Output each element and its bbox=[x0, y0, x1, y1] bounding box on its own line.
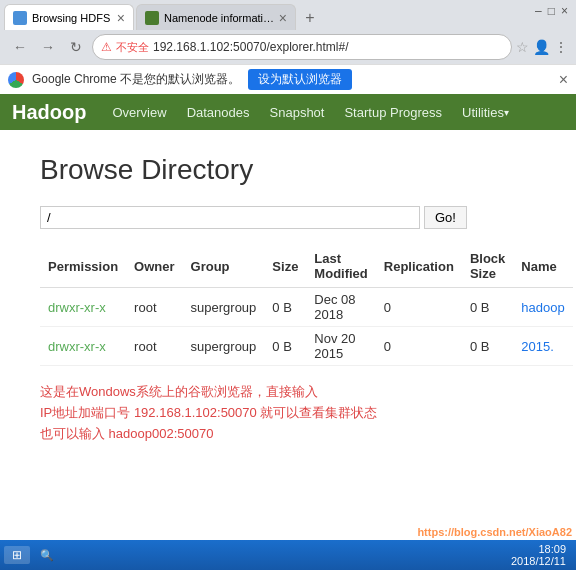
cell-block-size: 0 B bbox=[462, 288, 513, 327]
window-controls: – □ × bbox=[535, 4, 568, 18]
clock-date: 2018/12/11 bbox=[511, 555, 566, 567]
minimize-button[interactable]: – bbox=[535, 4, 542, 18]
cell-permission: drwxr-xr-x bbox=[40, 288, 126, 327]
cell-name2[interactable]: 2015. bbox=[513, 327, 572, 366]
page-title: Browse Directory bbox=[40, 154, 536, 186]
back-button[interactable]: ← bbox=[8, 35, 32, 59]
new-tab-button[interactable]: + bbox=[298, 6, 322, 30]
cell-block-size2: 0 B bbox=[462, 327, 513, 366]
bookmark-icon[interactable]: ☆ bbox=[516, 39, 529, 55]
menu-icon[interactable]: ⋮ bbox=[554, 39, 568, 55]
tab-browsing-hdfs[interactable]: Browsing HDFS × bbox=[4, 4, 134, 30]
taskbar-clock: 18:09 2018/12/11 bbox=[511, 543, 572, 567]
close-button[interactable]: × bbox=[561, 4, 568, 18]
cell-group: supergroup bbox=[183, 288, 265, 327]
tab-namenode[interactable]: Namenode information × bbox=[136, 4, 296, 30]
go-button[interactable]: Go! bbox=[424, 206, 467, 229]
cell-replication: 0 bbox=[376, 288, 462, 327]
insecure-label: 不安全 bbox=[116, 40, 149, 55]
hadoop-brand: Hadoop bbox=[12, 101, 86, 124]
col-block-size: Block Size bbox=[462, 245, 513, 288]
account-icon[interactable]: 👤 bbox=[533, 39, 550, 55]
tab-title-2: Namenode information bbox=[164, 12, 275, 24]
cell-size2: 0 B bbox=[264, 327, 306, 366]
nav-overview[interactable]: Overview bbox=[102, 94, 176, 130]
taskbar: ⊞ 🔍 18:09 2018/12/11 bbox=[0, 540, 576, 570]
col-owner: Owner bbox=[126, 245, 182, 288]
col-size: Size bbox=[264, 245, 306, 288]
cell-owner2: root bbox=[126, 327, 182, 366]
taskbar-search[interactable]: 🔍 bbox=[32, 547, 62, 564]
path-input[interactable] bbox=[40, 206, 420, 229]
annotation-line-1: 这是在Wondows系统上的谷歌浏览器，直接输入 bbox=[40, 384, 318, 399]
tab-title-1: Browsing HDFS bbox=[32, 12, 113, 24]
col-name: Name bbox=[513, 245, 572, 288]
taskbar-start[interactable]: ⊞ bbox=[4, 546, 30, 564]
nav-utilities[interactable]: Utilities bbox=[452, 94, 519, 130]
info-bar-close[interactable]: × bbox=[559, 71, 568, 89]
info-bar-text: Google Chrome 不是您的默认浏览器。 bbox=[32, 71, 240, 88]
address-bar[interactable]: ⚠ 不安全 192.168.1.102:50070/explorer.html#… bbox=[92, 34, 512, 60]
tab-close-2[interactable]: × bbox=[279, 10, 287, 26]
tab-close-1[interactable]: × bbox=[117, 10, 125, 26]
cell-owner: root bbox=[126, 288, 182, 327]
col-group: Group bbox=[183, 245, 265, 288]
set-default-button[interactable]: 设为默认浏览器 bbox=[248, 69, 352, 90]
tab-bar: Browsing HDFS × Namenode information × + bbox=[0, 0, 576, 30]
annotation-line-3: 也可以输入 hadoop002:50070 bbox=[40, 426, 213, 441]
table-row: drwxr-xr-x root supergroup 0 B Nov 20 20… bbox=[40, 327, 573, 366]
nav-datanodes[interactable]: Datanodes bbox=[177, 94, 260, 130]
directory-table: Permission Owner Group Size Last Modifie… bbox=[40, 245, 573, 366]
refresh-button[interactable]: ↻ bbox=[64, 35, 88, 59]
table-row: drwxr-xr-x root supergroup 0 B Dec 08 20… bbox=[40, 288, 573, 327]
nav-startup-progress[interactable]: Startup Progress bbox=[334, 94, 452, 130]
address-bar-row: ← → ↻ ⚠ 不安全 192.168.1.102:50070/explorer… bbox=[0, 30, 576, 64]
tab-favicon-1 bbox=[13, 11, 27, 25]
nav-snapshot[interactable]: Snapshot bbox=[260, 94, 335, 130]
cell-size: 0 B bbox=[264, 288, 306, 327]
url-text: 192.168.1.102:50070/explorer.html#/ bbox=[153, 40, 503, 54]
cell-replication2: 0 bbox=[376, 327, 462, 366]
table-header-row: Permission Owner Group Size Last Modifie… bbox=[40, 245, 573, 288]
forward-button[interactable]: → bbox=[36, 35, 60, 59]
clock-time: 18:09 bbox=[511, 543, 566, 555]
watermark: https://blog.csdn.net/XiaoA82 bbox=[413, 524, 576, 540]
col-replication: Replication bbox=[376, 245, 462, 288]
annotation-line-2: IP地址加端口号 192.168.1.102:50070 就可以查看集群状态 bbox=[40, 405, 377, 420]
cell-last-modified2: Nov 20 2015 bbox=[306, 327, 375, 366]
col-permission: Permission bbox=[40, 245, 126, 288]
chrome-logo bbox=[8, 72, 24, 88]
info-bar: Google Chrome 不是您的默认浏览器。 设为默认浏览器 × bbox=[0, 64, 576, 94]
path-row: Go! bbox=[40, 206, 536, 229]
maximize-button[interactable]: □ bbox=[548, 4, 555, 18]
cell-name[interactable]: hadoop bbox=[513, 288, 572, 327]
security-icon: ⚠ bbox=[101, 40, 112, 54]
hadoop-navbar: Hadoop Overview Datanodes Snapshot Start… bbox=[0, 94, 576, 130]
cell-permission2: drwxr-xr-x bbox=[40, 327, 126, 366]
tab-favicon-2 bbox=[145, 11, 159, 25]
cell-group2: supergroup bbox=[183, 327, 265, 366]
col-last-modified: Last Modified bbox=[306, 245, 375, 288]
address-bar-actions: ☆ 👤 ⋮ bbox=[516, 39, 568, 55]
cell-last-modified: Dec 08 2018 bbox=[306, 288, 375, 327]
main-content: Browse Directory Go! Permission Owner Gr… bbox=[0, 130, 576, 468]
annotation-block: 这是在Wondows系统上的谷歌浏览器，直接输入 IP地址加端口号 192.16… bbox=[40, 382, 536, 444]
